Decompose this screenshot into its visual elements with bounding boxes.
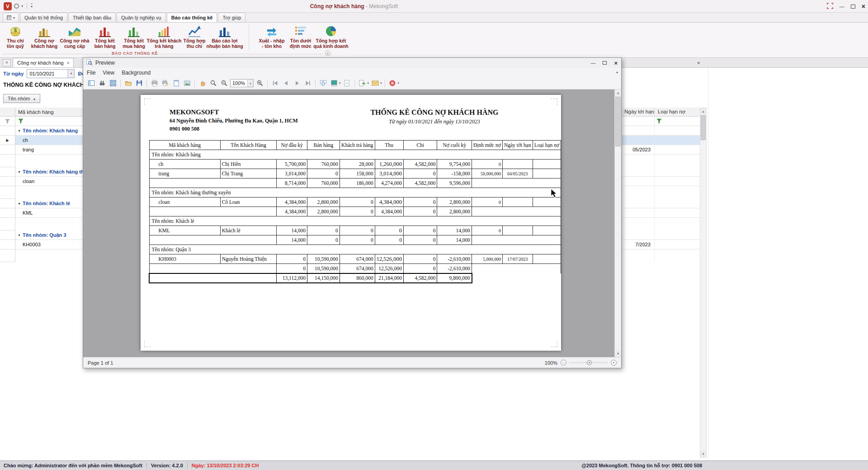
fullscreen-icon[interactable] — [827, 3, 833, 10]
debt-type-cell — [655, 199, 700, 208]
column-header-loai-han-no[interactable]: Loại hạn nợ — [655, 108, 700, 116]
ribbon-tab-4[interactable]: Trợ giúp — [218, 13, 245, 22]
minimize-button[interactable]: — — [590, 60, 595, 66]
open-icon[interactable] — [123, 79, 133, 88]
ribbon-button-tong-hop-thu-chi[interactable]: Tổng hợpthu chi — [180, 24, 209, 49]
page-color-icon[interactable] — [329, 79, 339, 88]
zoom-in-icon[interactable] — [255, 79, 264, 88]
previous-page-icon[interactable] — [281, 79, 291, 88]
close-button[interactable]: × — [862, 3, 865, 10]
document-map-icon[interactable] — [86, 79, 96, 88]
ribbon-tab-0[interactable]: Quản trị hệ thống — [20, 13, 67, 22]
collapse-triangle-icon[interactable]: ▼ — [18, 202, 21, 205]
zoom-slider-knob[interactable] — [587, 360, 592, 365]
right-grid-row[interactable] — [622, 177, 700, 186]
chevron-down-icon[interactable]: ▾ — [398, 81, 400, 85]
group-by-button[interactable]: Tên nhóm ▲ — [3, 94, 40, 103]
collapse-triangle-icon[interactable]: ▼ — [18, 234, 21, 237]
export-icon[interactable] — [358, 79, 367, 88]
first-page-icon[interactable] — [270, 79, 280, 88]
right-grid-row[interactable] — [622, 199, 700, 208]
magnifier-icon[interactable] — [208, 79, 218, 88]
chevron-down-icon[interactable]: ▾ — [339, 81, 341, 85]
chevron-down-icon[interactable]: ▾ — [67, 70, 74, 78]
ribbon-collapse-button[interactable]: ▴ — [325, 51, 330, 56]
zoom-out-button[interactable]: − — [561, 360, 566, 366]
document-tab-cong-no-khach-hang[interactable]: Công nợ khách hàng × — [13, 58, 74, 67]
ribbon-button-tong-ket-mua-hang[interactable]: Tổng kếtmua hàng — [119, 24, 148, 49]
chevron-down-icon[interactable]: ▾ — [368, 81, 369, 85]
ribbon-tab-2[interactable]: Quản lý nghiệp vụ — [117, 13, 166, 22]
last-page-icon[interactable] — [303, 79, 312, 88]
email-icon[interactable] — [370, 79, 380, 88]
right-grid-row[interactable]: 7/2023 — [622, 240, 700, 249]
ribbon-button-thu-chi-ton-quy[interactable]: $ Thu chitồn quỹ — [1, 24, 30, 49]
close-button[interactable]: × — [614, 60, 618, 66]
ribbon-button-tong-hop-ket-qua[interactable]: Tổng hợp kếtquả kinh doanh — [315, 24, 347, 49]
filter-cell[interactable] — [622, 117, 655, 126]
print-icon[interactable] — [150, 79, 159, 88]
ribbon-button-label: Công nợ nhàcung cấp — [60, 38, 89, 49]
watermark-icon[interactable]: A — [342, 79, 352, 88]
ribbon-tab-1[interactable]: Thiết lập ban đầu — [68, 13, 116, 22]
zoom-combo[interactable]: 100% ▾ — [230, 79, 254, 87]
quick-print-icon[interactable] — [160, 79, 170, 88]
next-page-icon[interactable] — [292, 79, 302, 88]
from-date-combo[interactable]: 01/10/2021 ▾ — [27, 69, 75, 78]
ribbon-button-tong-ket-khach-tra-hang[interactable]: Tổng kết kháchtrả hàng — [148, 24, 180, 49]
chevron-down-icon[interactable]: ▾ — [247, 80, 253, 87]
ribbon-button-xuat-nhap-ton-kho[interactable]: Xuất - nhập- tồn kho — [257, 24, 286, 49]
ribbon-button-tong-ket-ban-hang[interactable]: Tổng kếtbán hàng — [90, 24, 119, 49]
preview-vertical-scrollbar[interactable]: ▲ ▼ — [614, 89, 621, 357]
zoom-out-icon[interactable] — [219, 79, 229, 88]
scroll-down-icon[interactable]: ▼ — [700, 451, 706, 457]
collapse-triangle-icon[interactable]: ▼ — [18, 129, 21, 132]
right-grid-row[interactable] — [622, 208, 700, 218]
save-icon[interactable] — [134, 79, 144, 88]
column-header-ngay-toi-han[interactable]: Ngày tới hạn — [622, 108, 655, 116]
application-menu-tab[interactable]: ▾ — [3, 13, 19, 22]
menu-file[interactable]: File — [83, 70, 99, 76]
blue-bar-chart-icon — [218, 24, 231, 38]
scrollbar-thumb[interactable] — [615, 97, 621, 146]
menu-view[interactable]: View — [99, 70, 118, 76]
search-icon[interactable] — [97, 79, 107, 88]
hand-tool-icon[interactable] — [198, 79, 207, 88]
right-grid-row[interactable]: 05/2023 — [622, 145, 700, 155]
scrollbar-thumb[interactable] — [701, 115, 706, 140]
close-preview-icon[interactable] — [388, 79, 397, 88]
ribbon-button-cong-no-khach-hang[interactable]: Công nợkhách hàng — [30, 24, 59, 49]
close-tab-icon[interactable]: × — [67, 61, 70, 66]
maximize-button[interactable] — [603, 61, 607, 65]
collapse-triangle-icon[interactable]: ▼ — [18, 170, 21, 174]
right-grid-row[interactable] — [622, 136, 700, 145]
right-grid-row[interactable] — [622, 126, 700, 136]
right-grid-row[interactable] — [622, 230, 700, 240]
zoom-slider[interactable] — [570, 362, 608, 363]
grid-vertical-scrollbar[interactable]: ▲ ▼ — [700, 108, 707, 458]
ribbon-button-label: Báo cáo lợinhuận bán hàng — [206, 38, 243, 49]
thumbnails-icon[interactable] — [108, 79, 118, 88]
scroll-down-icon[interactable]: ▼ — [615, 350, 621, 357]
minimize-button[interactable]: — — [840, 4, 844, 9]
filter-cell[interactable] — [655, 117, 700, 126]
close-all-tabs-button[interactable]: × — [3, 59, 11, 66]
preview-titlebar[interactable]: Preview — × — [83, 58, 621, 68]
maximize-button[interactable] — [851, 5, 855, 9]
ribbon-tab-3[interactable]: Báo cáo thống kê — [167, 13, 217, 22]
right-grid-row[interactable] — [622, 167, 700, 177]
amount-cell: 158,000 — [340, 169, 375, 179]
menu-background[interactable]: Background — [118, 70, 154, 76]
scroll-up-icon[interactable]: ▲ — [700, 108, 706, 115]
chevron-down-icon[interactable]: ▾ — [616, 70, 618, 75]
zoom-in-button[interactable]: + — [611, 360, 617, 366]
page-setup-icon[interactable] — [171, 79, 181, 88]
ribbon-button-cong-no-nha-cung-cap[interactable]: Công nợ nhàcung cấp — [59, 24, 90, 49]
ribbon-button-ton-duoi-dinh-muc[interactable]: Tồn dướiđịnh mức — [286, 24, 315, 49]
scale-icon[interactable] — [182, 79, 192, 88]
close-panel-button[interactable]: × — [697, 60, 700, 66]
chevron-down-icon[interactable]: ▾ — [380, 81, 382, 85]
scroll-up-icon[interactable]: ▲ — [615, 89, 621, 96]
multiple-pages-icon[interactable] — [318, 79, 328, 88]
ribbon-button-bao-cao-loi-nhuan[interactable]: Báo cáo lợinhuận bán hàng — [209, 24, 241, 49]
